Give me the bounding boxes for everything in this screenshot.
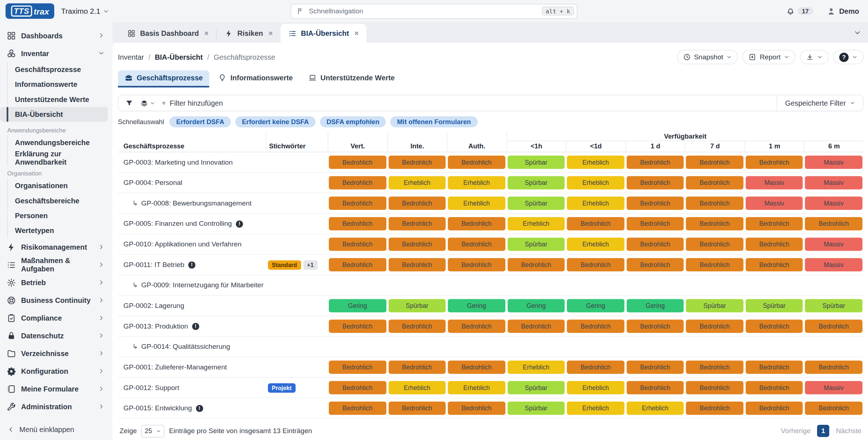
- column-header-1d[interactable]: <1d: [566, 141, 626, 152]
- sidebar-item-risikomanagement[interactable]: Risikomanagement: [0, 238, 108, 256]
- tab-unterstützende-werte[interactable]: Unterstützende Werte: [302, 70, 401, 87]
- previous-page-button[interactable]: Vorherige: [781, 427, 810, 435]
- sidebar-item-datenschutz[interactable]: Datenschutz: [0, 327, 108, 344]
- info-icon[interactable]: !: [188, 261, 195, 268]
- sidebar-item-bia-übersicht[interactable]: BIA-Übersicht: [0, 107, 108, 122]
- sidebar-item-verzeichnisse[interactable]: Verzeichnisse: [0, 344, 108, 362]
- row-name-gp-0013[interactable]: GP-0013: Produktion!: [118, 322, 266, 330]
- row-name-gp-0002[interactable]: GP-0002: Lagerung: [118, 302, 266, 309]
- sidebar-item-administration[interactable]: Administration: [0, 398, 108, 415]
- row-name-gp-0003[interactable]: GP-0003: Marketing und Innovation: [118, 158, 266, 166]
- sidebar-item-inventar[interactable]: Inventar: [0, 44, 108, 62]
- severity-cell: [685, 340, 745, 354]
- column-header-7-d[interactable]: 7 d: [685, 141, 745, 152]
- quick-filter-chip-mit-offenen-formularen[interactable]: Mit offenen Formularen: [391, 116, 478, 127]
- severity-badge-spürbar: Spürbar: [686, 299, 743, 313]
- info-icon[interactable]: !: [236, 220, 243, 227]
- column-header-6-m[interactable]: 6 m: [804, 141, 864, 152]
- column-header-inte[interactable]: Inte.: [387, 132, 447, 152]
- severity-badge-spürbar: Spürbar: [507, 402, 565, 415]
- download-button[interactable]: [800, 50, 829, 64]
- column-header-auth[interactable]: Auth.: [447, 132, 506, 152]
- window-tab-risiken[interactable]: Risiken×: [217, 24, 281, 43]
- filter-funnel-icon[interactable]: [125, 99, 133, 107]
- row-name-gp-0001[interactable]: GP-0001: Zulieferer-Management: [118, 363, 266, 371]
- window-tab-basis-dashboard[interactable]: Basis Dashboard×: [120, 24, 217, 43]
- report-button[interactable]: Report: [743, 50, 795, 64]
- row-name-gp-0008[interactable]: ↳GP-0008: Bewerbungsmanagement: [118, 199, 266, 207]
- quick-filter-chip-erfordert-dsfa[interactable]: Erfordert DSFA: [170, 116, 231, 127]
- column-header-1-m[interactable]: 1 m: [744, 141, 804, 152]
- row-name-gp-0004[interactable]: GP-0004: Personal: [118, 179, 266, 186]
- chevron-down-icon: [156, 428, 161, 433]
- severity-badge-bedrohlich: Bedrohlich: [567, 360, 624, 374]
- close-icon[interactable]: ×: [204, 29, 209, 38]
- add-filter-button[interactable]: + Filter hinzufügen: [162, 99, 223, 107]
- user-menu[interactable]: Demo: [826, 7, 859, 16]
- sidebar-item-maßnahmen-aufgaben[interactable]: Maßnahmen & Aufgaben: [0, 256, 108, 274]
- process-name: GP-0003: Marketing und Innovation: [123, 158, 233, 166]
- sidebar-item-compliance[interactable]: Compliance: [0, 309, 108, 327]
- snapshot-label: Snapshot: [694, 53, 723, 61]
- plus-icon: +: [162, 99, 166, 107]
- collapse-menu-button[interactable]: Menü einklappen: [0, 422, 108, 437]
- sidebar-item-dashboards[interactable]: Dashboards: [0, 26, 108, 44]
- row-name-gp-0014[interactable]: ↳GP-0014: Qualitätssicherung: [118, 343, 266, 350]
- sidebar-item-erklärung-zur-anwendbarkeit[interactable]: Erklärung zur Anwendbarkeit: [0, 150, 108, 165]
- sidebar-item-unterstützende-werte[interactable]: Unterstützende Werte: [0, 92, 108, 107]
- row-name-gp-0011[interactable]: GP-0011: IT Betrieb!: [118, 261, 266, 268]
- filter-layers-button[interactable]: [140, 99, 155, 107]
- column-header-1-d[interactable]: 1 d: [625, 141, 685, 152]
- info-icon[interactable]: !: [192, 323, 199, 330]
- breadcrumb-inventar[interactable]: Inventar: [118, 53, 144, 61]
- tab-informationswerte[interactable]: Informationswerte: [212, 70, 299, 87]
- sidebar-item-konfiguration[interactable]: Konfiguration: [0, 362, 108, 380]
- severity-cell: Bedrohlich: [447, 258, 506, 271]
- sidebar-item-label: Personen: [15, 212, 48, 220]
- product-switcher[interactable]: Traximo 2.1: [61, 7, 109, 15]
- search-input[interactable]: [308, 7, 538, 15]
- page-size-select[interactable]: 25: [141, 424, 165, 437]
- search-box[interactable]: alt + k: [291, 4, 578, 18]
- sidebar-item-meine-formulare[interactable]: Meine Formulare: [0, 380, 108, 398]
- column-header-vert[interactable]: Vert.: [328, 132, 387, 152]
- column-header-1h[interactable]: <1h: [506, 141, 566, 152]
- sidebar-item-geschäftsprozesse[interactable]: Geschäftsprozesse: [0, 62, 108, 77]
- column-header-stichwoerter[interactable]: Stichwörter: [266, 132, 328, 152]
- sidebar-item-betrieb[interactable]: Betrieb: [0, 274, 108, 291]
- chevron-down-icon: [98, 50, 105, 56]
- sidebar-item-anwendungsbereiche[interactable]: Anwendungsbereiche: [0, 135, 108, 150]
- close-icon[interactable]: ×: [268, 29, 273, 38]
- row-name-gp-0005[interactable]: GP-0005: Finanzen und Controlling!: [118, 220, 266, 228]
- current-page-button[interactable]: 1: [817, 425, 829, 437]
- quick-filter-chip-dsfa-empfohlen[interactable]: DSFA empfohlen: [320, 116, 386, 127]
- tabstrip-chevron-down-icon[interactable]: [854, 29, 861, 37]
- next-page-button[interactable]: Nächste: [836, 427, 861, 435]
- sidebar-item-informationswerte[interactable]: Informationswerte: [0, 77, 108, 92]
- severity-badge-bedrohlich: Bedrohlich: [626, 217, 684, 230]
- sidebar-item-business-continuity[interactable]: Business Continuity: [0, 291, 108, 309]
- tab-geschäftsprozesse[interactable]: Geschäftsprozesse: [118, 70, 209, 87]
- row-name-gp-0015[interactable]: GP-0015: Entwicklung!: [118, 404, 266, 412]
- close-icon[interactable]: ×: [354, 29, 359, 37]
- saved-filters-dropdown[interactable]: Gespeicherte Filter: [777, 95, 863, 111]
- row-name-gp-0009[interactable]: ↳GP-0009: Internetzugang für Mitarbeiter: [118, 282, 266, 289]
- info-icon[interactable]: !: [196, 405, 203, 412]
- help-button[interactable]: ?: [833, 50, 864, 64]
- sidebar-item-geschäftsbereiche[interactable]: Geschäftsbereiche: [0, 193, 108, 208]
- notifications-button[interactable]: 17: [785, 6, 813, 16]
- sidebar-item-wertetypen[interactable]: Wertetypen: [0, 223, 108, 238]
- row-name-gp-0012[interactable]: GP-0012: Support: [118, 384, 266, 392]
- row-name-gp-0010[interactable]: GP-0010: Applikationen und Verfahren: [118, 240, 266, 248]
- breadcrumb-geschaeftsprozesse[interactable]: Geschäftsprozesse: [214, 53, 275, 61]
- severity-cell: Spürbar: [506, 196, 566, 210]
- window-tab-bia-übersicht[interactable]: BIA-Übersicht×: [280, 24, 366, 43]
- breadcrumb-bia-uebersicht[interactable]: BIA-Übersicht: [155, 53, 203, 61]
- severity-badge-bedrohlich: Bedrohlich: [329, 238, 386, 251]
- column-header-geschaeftsprozesse[interactable]: Geschäftsprozesse: [118, 132, 266, 152]
- snapshot-button[interactable]: Snapshot: [677, 50, 738, 64]
- sidebar-item-personen[interactable]: Personen: [0, 208, 108, 223]
- severity-cell: Bedrohlich: [685, 320, 745, 333]
- sidebar-item-organisationen[interactable]: Organisationen: [0, 178, 108, 193]
- quick-filter-chip-erfordert-keine-dsfa[interactable]: Erfordert keine DSFA: [235, 116, 315, 127]
